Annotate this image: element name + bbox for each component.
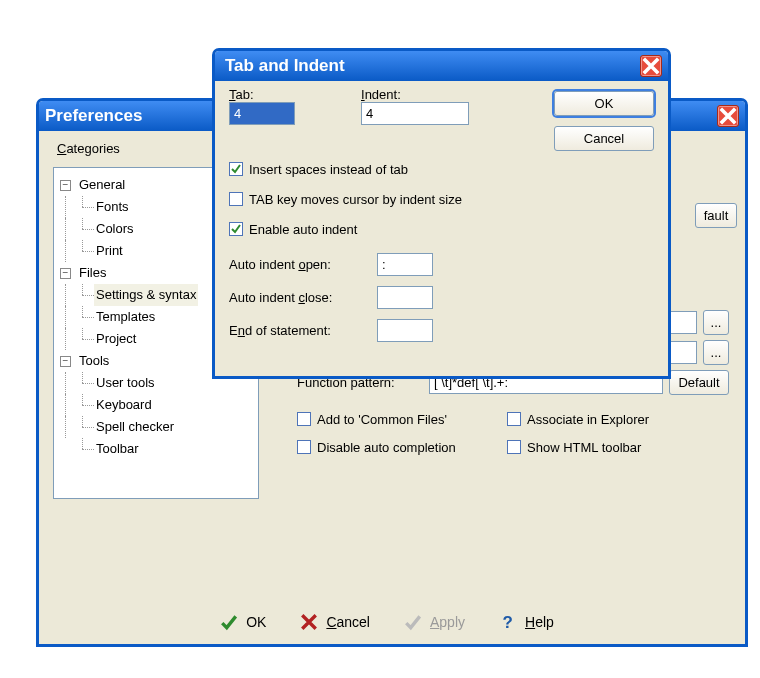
check-icon bbox=[220, 613, 238, 631]
ok-button[interactable]: OK bbox=[554, 91, 654, 116]
collapse-icon[interactable]: − bbox=[60, 180, 71, 191]
close-icon[interactable] bbox=[640, 55, 662, 77]
auto-indent-open-label: Auto indent open: bbox=[229, 257, 369, 272]
checkbox-checked-icon bbox=[229, 222, 243, 236]
checkbox-checked-icon bbox=[229, 162, 243, 176]
apply-button: Apply bbox=[404, 613, 465, 631]
tab-label: Tab: bbox=[229, 87, 295, 102]
svg-text:?: ? bbox=[502, 613, 512, 631]
checkbox-icon bbox=[297, 440, 311, 454]
default-pattern-button[interactable]: Default bbox=[669, 370, 729, 395]
question-icon: ? bbox=[499, 613, 517, 631]
default-button-partial[interactable]: fault bbox=[695, 203, 737, 228]
tab-key-moves-cursor-check[interactable]: TAB key moves cursor by indent size bbox=[229, 187, 462, 211]
enable-auto-indent-check[interactable]: Enable auto indent bbox=[229, 217, 462, 241]
checkbox-icon bbox=[507, 412, 521, 426]
disable-auto-completion-check[interactable]: Disable auto completion bbox=[297, 435, 507, 459]
end-of-statement-label: End of statement: bbox=[229, 323, 369, 338]
auto-indent-close-input[interactable] bbox=[377, 286, 433, 309]
cross-icon bbox=[300, 613, 318, 631]
checkbox-icon bbox=[507, 440, 521, 454]
end-of-statement-input[interactable] bbox=[377, 319, 433, 342]
tree-node-keyboard[interactable]: Keyboard bbox=[60, 394, 252, 416]
collapse-icon[interactable]: − bbox=[60, 356, 71, 367]
ok-button[interactable]: OK bbox=[220, 613, 266, 631]
insert-spaces-check[interactable]: Insert spaces instead of tab bbox=[229, 157, 462, 181]
preferences-title: Preferences bbox=[45, 106, 142, 126]
show-html-toolbar-check[interactable]: Show HTML toolbar bbox=[507, 435, 717, 459]
indent-label: Indent: bbox=[361, 87, 469, 102]
tab-and-indent-title: Tab and Indent bbox=[225, 56, 345, 76]
help-button[interactable]: ? Help bbox=[499, 613, 554, 631]
cancel-button[interactable]: Cancel bbox=[554, 126, 654, 151]
close-icon[interactable] bbox=[717, 105, 739, 127]
tab-and-indent-titlebar: Tab and Indent bbox=[215, 51, 668, 81]
tree-node-toolbar[interactable]: Toolbar bbox=[60, 438, 252, 460]
associate-in-explorer-check[interactable]: Associate in Explorer bbox=[507, 407, 717, 431]
auto-indent-close-label: Auto indent close: bbox=[229, 290, 369, 305]
indent-input[interactable]: 4 bbox=[361, 102, 469, 125]
categories-label: Categories bbox=[57, 141, 120, 156]
apply-icon bbox=[404, 613, 422, 631]
checkbox-icon bbox=[297, 412, 311, 426]
preferences-button-bar: OK Cancel Apply ? Help bbox=[39, 600, 745, 644]
tree-node-spell-checker[interactable]: Spell checker bbox=[60, 416, 252, 438]
add-to-common-files-check[interactable]: Add to 'Common Files' bbox=[297, 407, 507, 431]
tab-and-indent-dialog: Tab and Indent Tab: 4 Indent: 4 OK Cance… bbox=[212, 48, 671, 379]
browse-autocompletion-button[interactable]: ... bbox=[703, 340, 729, 365]
tab-input[interactable]: 4 bbox=[229, 102, 295, 125]
collapse-icon[interactable]: − bbox=[60, 268, 71, 279]
browse-syntax-button[interactable]: ... bbox=[703, 310, 729, 335]
cancel-button[interactable]: Cancel bbox=[300, 613, 370, 631]
auto-indent-open-input[interactable]: : bbox=[377, 253, 433, 276]
checkbox-icon bbox=[229, 192, 243, 206]
